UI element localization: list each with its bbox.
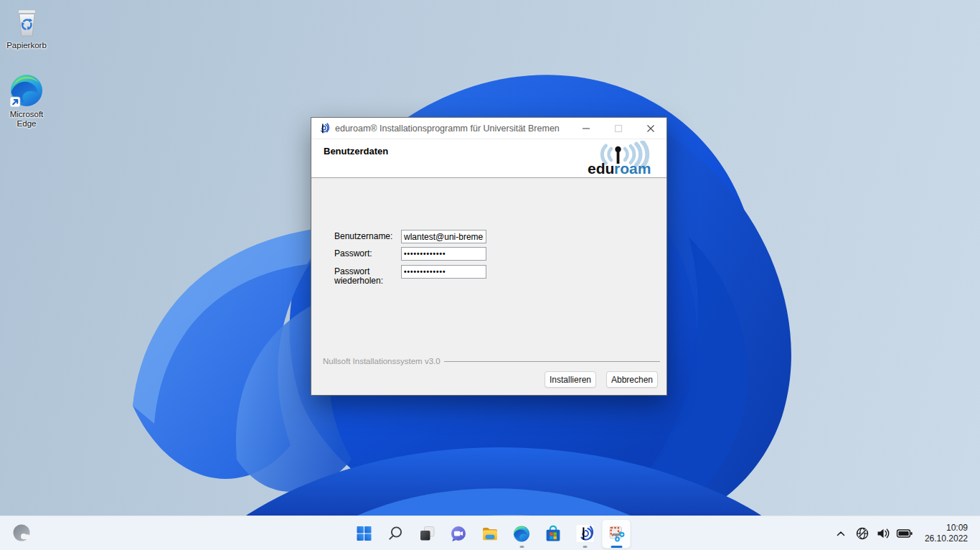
password-repeat-label: Passwort wiederholen: xyxy=(334,265,401,286)
eduroam-logo: edu roam xyxy=(576,141,662,177)
running-indicator xyxy=(519,546,524,548)
installer-window: eduroam® Installationsprogramm für Unive… xyxy=(311,117,667,396)
branding-text: Nullsoft Installationssystem v3.0 xyxy=(323,357,440,365)
window-title: eduroam® Installationsprogramm für Unive… xyxy=(335,123,570,134)
taskbar-file-explorer-button[interactable] xyxy=(476,519,505,549)
desktop-icon-recycle-bin[interactable]: Papierkorb xyxy=(1,6,52,50)
taskbar-task-view-button[interactable] xyxy=(413,519,442,549)
maximize-icon xyxy=(614,124,623,133)
taskbar-store-button[interactable] xyxy=(539,519,568,549)
tray-show-hidden-icons-button[interactable] xyxy=(831,519,851,548)
taskbar-eduroam-button[interactable] xyxy=(570,519,600,549)
taskbar-search-button[interactable] xyxy=(381,519,410,549)
taskbar-nsis-setup-button[interactable] xyxy=(602,519,631,549)
desktop-icon-label: Papierkorb xyxy=(6,41,47,50)
minimize-icon xyxy=(582,124,590,133)
widgets-weather-icon xyxy=(11,523,33,544)
desktop-icon-label: Microsoft Edge xyxy=(1,110,52,129)
desktop: Papierkorb Microsoft Edge xyxy=(0,0,980,550)
running-indicator xyxy=(583,546,587,548)
clock-date: 26.10.2022 xyxy=(925,533,968,544)
desktop-icon-microsoft-edge[interactable]: Microsoft Edge xyxy=(1,73,52,129)
taskbar: 10:09 26.10.2022 xyxy=(0,516,980,550)
search-icon xyxy=(387,525,404,542)
page-title: Benutzerdaten xyxy=(324,146,388,157)
tray-clock[interactable]: 10:09 26.10.2022 xyxy=(917,519,977,548)
active-indicator xyxy=(611,546,622,548)
branding-divider xyxy=(444,361,660,362)
taskbar-edge-button[interactable] xyxy=(507,519,537,549)
shortcut-arrow-icon xyxy=(10,97,20,107)
file-explorer-icon xyxy=(481,525,499,543)
eduroam-window-icon xyxy=(318,122,330,134)
task-view-icon xyxy=(418,525,435,542)
svg-text:roam: roam xyxy=(614,160,651,177)
tray-quick-settings-button[interactable] xyxy=(851,519,917,548)
password-input[interactable] xyxy=(401,247,486,261)
recycle-bin-icon xyxy=(10,6,43,39)
dialog-body: Benutzername: Passwort: Passwort wiederh… xyxy=(311,178,666,394)
clock-time: 10:09 xyxy=(925,523,968,533)
minimize-button[interactable] xyxy=(570,118,602,139)
taskbar-widgets-button[interactable] xyxy=(7,519,37,549)
network-no-internet-icon xyxy=(854,526,870,541)
taskbar-chat-button[interactable] xyxy=(444,519,473,549)
close-icon xyxy=(646,124,655,133)
edge-logo-icon xyxy=(9,73,44,108)
install-button[interactable]: Installieren xyxy=(545,371,596,388)
eduroam-taskbar-icon xyxy=(575,524,594,543)
close-button[interactable] xyxy=(634,118,666,139)
cancel-button[interactable]: Abbrechen xyxy=(606,371,658,388)
chevron-up-icon xyxy=(834,527,847,540)
start-icon xyxy=(355,525,372,542)
dialog-header: Benutzerdaten edu roam xyxy=(311,139,666,178)
password-label: Passwort: xyxy=(334,247,401,261)
volume-icon xyxy=(875,526,891,541)
taskbar-start-button[interactable] xyxy=(349,519,379,549)
maximize-button[interactable] xyxy=(602,118,634,139)
store-icon xyxy=(545,525,562,543)
edge-icon xyxy=(513,525,531,543)
password-repeat-input[interactable] xyxy=(401,265,486,279)
titlebar[interactable]: eduroam® Installationsprogramm für Unive… xyxy=(311,118,666,139)
installer-branding: Nullsoft Installationssystem v3.0 xyxy=(323,357,660,365)
username-input[interactable] xyxy=(401,230,486,243)
nsis-installer-icon xyxy=(607,524,626,543)
chat-icon xyxy=(450,525,468,543)
svg-text:edu: edu xyxy=(588,160,614,177)
username-label: Benutzername: xyxy=(334,230,401,243)
battery-icon xyxy=(896,526,913,541)
